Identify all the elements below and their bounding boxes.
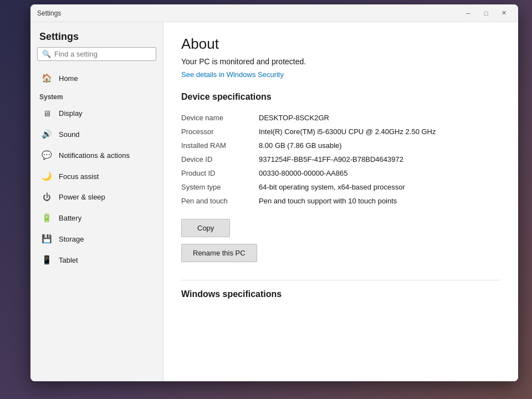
table-row: Pen and touchPen and touch support with …	[181, 194, 500, 208]
close-button[interactable]: ✕	[496, 8, 511, 19]
copy-button-container: Copy	[181, 219, 500, 244]
sidebar-item-focus[interactable]: 🌙 Focus assist	[30, 166, 163, 187]
spec-value: 9371254F-BB5F-41FF-A902-B78BD4643972	[259, 152, 500, 166]
table-row: Installed RAM8.00 GB (7.86 GB usable)	[181, 139, 500, 152]
table-row: Device nameDESKTOP-8SCK2GR	[181, 111, 500, 125]
search-icon: 🔍	[42, 50, 51, 58]
sidebar-item-tablet[interactable]: 📱 Tablet	[30, 249, 163, 270]
sidebar-sound-label: Sound	[59, 130, 80, 139]
spec-label: Device name	[181, 111, 259, 125]
spec-value: Intel(R) Core(TM) i5-6300U CPU @ 2.40GHz…	[259, 125, 500, 139]
spec-value: Pen and touch support with 10 touch poin…	[259, 194, 500, 208]
table-row: Device ID9371254F-BB5F-41FF-A902-B78BD46…	[181, 152, 500, 166]
security-status: Your PC is monitored and protected.	[181, 57, 500, 66]
search-box[interactable]: 🔍	[37, 47, 156, 61]
spec-value: DESKTOP-8SCK2GR	[259, 111, 500, 125]
sidebar: Settings 🔍 🏠 Home System 🖥 Display 🔊 Sou…	[30, 22, 163, 381]
page-title: About	[181, 35, 500, 53]
sidebar-item-sound[interactable]: 🔊 Sound	[30, 124, 163, 145]
sidebar-item-storage[interactable]: 💾 Storage	[30, 228, 163, 249]
sidebar-item-notifications[interactable]: 💬 Notifications & actions	[30, 145, 163, 166]
sidebar-power-label: Power & sleep	[59, 193, 105, 201]
specs-table: Device nameDESKTOP-8SCK2GRProcessorIntel…	[181, 111, 500, 208]
power-icon: ⏻	[41, 192, 52, 202]
spec-value: 64-bit operating system, x64-based proce…	[259, 180, 500, 194]
title-bar: Settings ─ □ ✕	[30, 4, 518, 22]
main-content: About Your PC is monitored and protected…	[163, 22, 518, 381]
sidebar-home-label: Home	[59, 74, 78, 83]
window-title: Settings	[37, 9, 461, 17]
sidebar-focus-label: Focus assist	[59, 172, 99, 181]
tablet-icon: 📱	[41, 255, 52, 265]
rename-pc-button[interactable]: Rename this PC	[181, 244, 257, 262]
focus-icon: 🌙	[41, 171, 52, 181]
sidebar-display-label: Display	[59, 109, 83, 117]
windows-specs-title: Windows specifications	[181, 289, 500, 299]
table-row: ProcessorIntel(R) Core(TM) i5-6300U CPU …	[181, 125, 500, 139]
table-row: System type64-bit operating system, x64-…	[181, 180, 500, 194]
sidebar-storage-label: Storage	[59, 235, 84, 243]
spec-label: System type	[181, 180, 259, 194]
minimize-button[interactable]: ─	[461, 8, 476, 19]
storage-icon: 💾	[41, 234, 52, 244]
spec-value: 00330-80000-00000-AA865	[259, 166, 500, 180]
notifications-icon: 💬	[41, 150, 52, 160]
specs-divider	[181, 280, 500, 280]
sidebar-tablet-label: Tablet	[59, 256, 78, 264]
spec-label: Product ID	[181, 166, 259, 180]
settings-window: Settings ─ □ ✕ Settings 🔍 🏠 Home System	[30, 4, 518, 381]
spec-label: Pen and touch	[181, 194, 259, 208]
copy-button[interactable]: Copy	[181, 219, 230, 237]
table-row: Product ID00330-80000-00000-AA865	[181, 166, 500, 180]
search-input[interactable]	[54, 50, 151, 58]
sidebar-battery-label: Battery	[59, 214, 81, 222]
display-icon: 🖥	[41, 109, 52, 118]
sound-icon: 🔊	[41, 129, 52, 139]
sidebar-item-display[interactable]: 🖥 Display	[30, 103, 163, 124]
battery-icon: 🔋	[41, 213, 52, 223]
home-icon: 🏠	[41, 73, 52, 83]
sidebar-title: Settings	[30, 22, 163, 47]
spec-label: Installed RAM	[181, 139, 259, 152]
spec-value: 8.00 GB (7.86 GB usable)	[259, 139, 500, 152]
maximize-button[interactable]: □	[478, 8, 494, 19]
window-body: Settings 🔍 🏠 Home System 🖥 Display 🔊 Sou…	[30, 22, 518, 381]
window-controls: ─ □ ✕	[461, 8, 511, 19]
security-link[interactable]: See details in Windows Security	[181, 70, 284, 79]
sidebar-notifications-label: Notifications & actions	[59, 151, 130, 160]
rename-button-container: Rename this PC	[181, 244, 500, 275]
sidebar-item-power[interactable]: ⏻ Power & sleep	[30, 187, 163, 207]
sidebar-section-system: System	[30, 89, 163, 103]
device-specs-title: Device specifications	[181, 92, 500, 102]
spec-label: Processor	[181, 125, 259, 139]
spec-label: Device ID	[181, 152, 259, 166]
sidebar-item-battery[interactable]: 🔋 Battery	[30, 207, 163, 228]
sidebar-item-home[interactable]: 🏠 Home	[30, 68, 163, 89]
